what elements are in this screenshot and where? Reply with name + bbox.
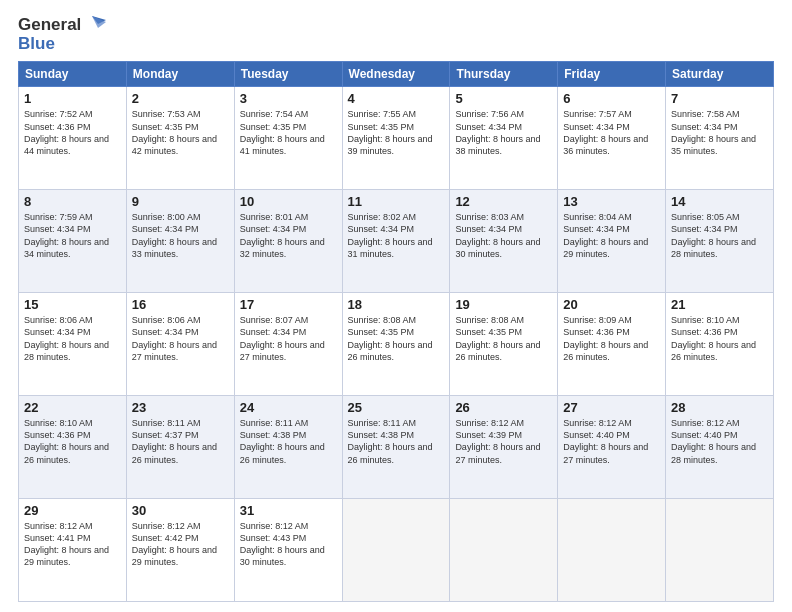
svg-marker-1 <box>92 16 106 28</box>
day-info: Sunrise: 7:53 AMSunset: 4:35 PMDaylight:… <box>132 108 229 157</box>
calendar-cell: 21Sunrise: 8:10 AMSunset: 4:36 PMDayligh… <box>666 293 774 396</box>
top-section: General Blue <box>18 16 774 53</box>
logo-blue: Blue <box>18 35 106 54</box>
week-row-1: 1Sunrise: 7:52 AMSunset: 4:36 PMDaylight… <box>19 87 774 190</box>
calendar-cell: 29Sunrise: 8:12 AMSunset: 4:41 PMDayligh… <box>19 499 127 602</box>
calendar-cell: 7Sunrise: 7:58 AMSunset: 4:34 PMDaylight… <box>666 87 774 190</box>
day-info: Sunrise: 7:56 AMSunset: 4:34 PMDaylight:… <box>455 108 552 157</box>
day-info: Sunrise: 8:12 AMSunset: 4:40 PMDaylight:… <box>563 417 660 466</box>
weekday-header-monday: Monday <box>126 62 234 87</box>
day-info: Sunrise: 7:52 AMSunset: 4:36 PMDaylight:… <box>24 108 121 157</box>
day-number: 18 <box>348 297 445 312</box>
day-number: 9 <box>132 194 229 209</box>
day-info: Sunrise: 8:12 AMSunset: 4:43 PMDaylight:… <box>240 520 337 569</box>
day-number: 26 <box>455 400 552 415</box>
day-info: Sunrise: 7:55 AMSunset: 4:35 PMDaylight:… <box>348 108 445 157</box>
day-number: 13 <box>563 194 660 209</box>
calendar-cell: 15Sunrise: 8:06 AMSunset: 4:34 PMDayligh… <box>19 293 127 396</box>
day-info: Sunrise: 8:04 AMSunset: 4:34 PMDaylight:… <box>563 211 660 260</box>
calendar-cell: 18Sunrise: 8:08 AMSunset: 4:35 PMDayligh… <box>342 293 450 396</box>
day-info: Sunrise: 8:08 AMSunset: 4:35 PMDaylight:… <box>348 314 445 363</box>
day-number: 22 <box>24 400 121 415</box>
day-info: Sunrise: 8:11 AMSunset: 4:38 PMDaylight:… <box>348 417 445 466</box>
logo-container: General Blue <box>18 16 106 53</box>
calendar-cell: 12Sunrise: 8:03 AMSunset: 4:34 PMDayligh… <box>450 190 558 293</box>
weekday-header-row: SundayMondayTuesdayWednesdayThursdayFrid… <box>19 62 774 87</box>
calendar-cell: 1Sunrise: 7:52 AMSunset: 4:36 PMDaylight… <box>19 87 127 190</box>
day-number: 10 <box>240 194 337 209</box>
day-info: Sunrise: 8:02 AMSunset: 4:34 PMDaylight:… <box>348 211 445 260</box>
day-number: 6 <box>563 91 660 106</box>
weekday-header-saturday: Saturday <box>666 62 774 87</box>
day-info: Sunrise: 8:11 AMSunset: 4:37 PMDaylight:… <box>132 417 229 466</box>
day-number: 23 <box>132 400 229 415</box>
logo-general: General <box>18 16 81 35</box>
calendar-cell <box>342 499 450 602</box>
day-number: 28 <box>671 400 768 415</box>
day-number: 21 <box>671 297 768 312</box>
calendar-cell: 2Sunrise: 7:53 AMSunset: 4:35 PMDaylight… <box>126 87 234 190</box>
calendar-cell: 20Sunrise: 8:09 AMSunset: 4:36 PMDayligh… <box>558 293 666 396</box>
day-number: 8 <box>24 194 121 209</box>
calendar-cell: 24Sunrise: 8:11 AMSunset: 4:38 PMDayligh… <box>234 396 342 499</box>
day-info: Sunrise: 8:09 AMSunset: 4:36 PMDaylight:… <box>563 314 660 363</box>
day-number: 1 <box>24 91 121 106</box>
calendar-cell: 27Sunrise: 8:12 AMSunset: 4:40 PMDayligh… <box>558 396 666 499</box>
week-row-5: 29Sunrise: 8:12 AMSunset: 4:41 PMDayligh… <box>19 499 774 602</box>
calendar-cell <box>450 499 558 602</box>
calendar-cell <box>666 499 774 602</box>
day-number: 4 <box>348 91 445 106</box>
day-info: Sunrise: 8:06 AMSunset: 4:34 PMDaylight:… <box>24 314 121 363</box>
calendar-table: SundayMondayTuesdayWednesdayThursdayFrid… <box>18 61 774 602</box>
weekday-header-tuesday: Tuesday <box>234 62 342 87</box>
day-number: 16 <box>132 297 229 312</box>
day-number: 5 <box>455 91 552 106</box>
day-number: 31 <box>240 503 337 518</box>
week-row-2: 8Sunrise: 7:59 AMSunset: 4:34 PMDaylight… <box>19 190 774 293</box>
calendar-cell: 25Sunrise: 8:11 AMSunset: 4:38 PMDayligh… <box>342 396 450 499</box>
weekday-header-friday: Friday <box>558 62 666 87</box>
day-info: Sunrise: 8:12 AMSunset: 4:40 PMDaylight:… <box>671 417 768 466</box>
week-row-3: 15Sunrise: 8:06 AMSunset: 4:34 PMDayligh… <box>19 293 774 396</box>
page: General Blue SundayMondayTuesdayWednesda… <box>0 0 792 612</box>
calendar-cell: 28Sunrise: 8:12 AMSunset: 4:40 PMDayligh… <box>666 396 774 499</box>
logo: General Blue <box>18 16 106 53</box>
weekday-header-thursday: Thursday <box>450 62 558 87</box>
day-number: 29 <box>24 503 121 518</box>
day-number: 7 <box>671 91 768 106</box>
day-number: 14 <box>671 194 768 209</box>
day-info: Sunrise: 8:08 AMSunset: 4:35 PMDaylight:… <box>455 314 552 363</box>
week-row-4: 22Sunrise: 8:10 AMSunset: 4:36 PMDayligh… <box>19 396 774 499</box>
calendar-cell: 6Sunrise: 7:57 AMSunset: 4:34 PMDaylight… <box>558 87 666 190</box>
logo-bird-icon <box>84 14 106 32</box>
day-info: Sunrise: 8:03 AMSunset: 4:34 PMDaylight:… <box>455 211 552 260</box>
calendar-cell: 11Sunrise: 8:02 AMSunset: 4:34 PMDayligh… <box>342 190 450 293</box>
day-info: Sunrise: 8:12 AMSunset: 4:42 PMDaylight:… <box>132 520 229 569</box>
calendar-cell: 30Sunrise: 8:12 AMSunset: 4:42 PMDayligh… <box>126 499 234 602</box>
day-number: 15 <box>24 297 121 312</box>
calendar-cell: 31Sunrise: 8:12 AMSunset: 4:43 PMDayligh… <box>234 499 342 602</box>
day-number: 27 <box>563 400 660 415</box>
day-info: Sunrise: 8:01 AMSunset: 4:34 PMDaylight:… <box>240 211 337 260</box>
day-info: Sunrise: 7:59 AMSunset: 4:34 PMDaylight:… <box>24 211 121 260</box>
calendar-cell: 4Sunrise: 7:55 AMSunset: 4:35 PMDaylight… <box>342 87 450 190</box>
day-number: 11 <box>348 194 445 209</box>
day-number: 30 <box>132 503 229 518</box>
calendar-cell: 9Sunrise: 8:00 AMSunset: 4:34 PMDaylight… <box>126 190 234 293</box>
weekday-header-sunday: Sunday <box>19 62 127 87</box>
day-number: 20 <box>563 297 660 312</box>
calendar-cell: 14Sunrise: 8:05 AMSunset: 4:34 PMDayligh… <box>666 190 774 293</box>
calendar-cell: 13Sunrise: 8:04 AMSunset: 4:34 PMDayligh… <box>558 190 666 293</box>
day-info: Sunrise: 8:07 AMSunset: 4:34 PMDaylight:… <box>240 314 337 363</box>
calendar-cell: 19Sunrise: 8:08 AMSunset: 4:35 PMDayligh… <box>450 293 558 396</box>
calendar-cell: 5Sunrise: 7:56 AMSunset: 4:34 PMDaylight… <box>450 87 558 190</box>
day-number: 19 <box>455 297 552 312</box>
day-info: Sunrise: 7:57 AMSunset: 4:34 PMDaylight:… <box>563 108 660 157</box>
day-info: Sunrise: 7:54 AMSunset: 4:35 PMDaylight:… <box>240 108 337 157</box>
day-info: Sunrise: 8:12 AMSunset: 4:41 PMDaylight:… <box>24 520 121 569</box>
day-info: Sunrise: 8:10 AMSunset: 4:36 PMDaylight:… <box>671 314 768 363</box>
day-number: 3 <box>240 91 337 106</box>
weekday-header-wednesday: Wednesday <box>342 62 450 87</box>
calendar-cell <box>558 499 666 602</box>
calendar-cell: 3Sunrise: 7:54 AMSunset: 4:35 PMDaylight… <box>234 87 342 190</box>
